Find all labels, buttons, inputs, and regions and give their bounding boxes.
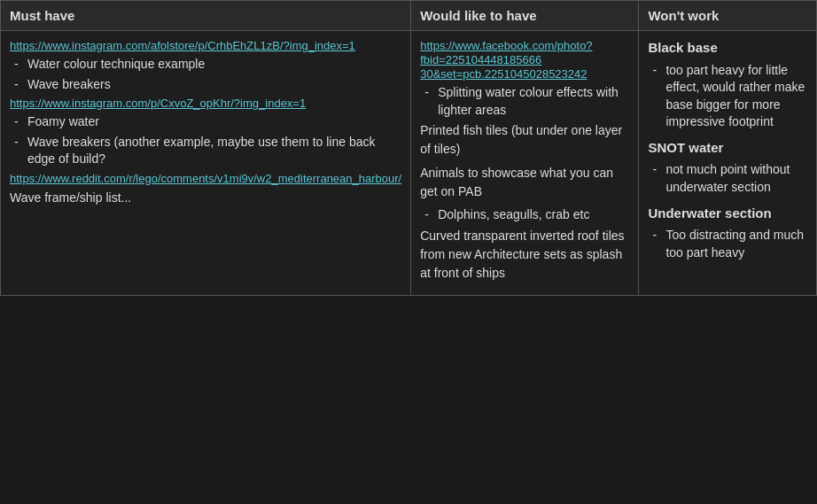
list-item: Wave breakers [10, 76, 401, 94]
list-item: Splitting water colour effects with ligh… [420, 84, 629, 119]
col3-content: Black base too part heavy for little eff… [639, 31, 817, 296]
col3-section1-title: Black base [648, 38, 807, 58]
content-row: https://www.instagram.com/afolstore/p/Cr… [1, 31, 817, 296]
col1-list2: Foamy water Wave breakers (another examp… [10, 113, 401, 168]
col3-section3-title: Underwater section [648, 204, 807, 224]
col2-link1-block: https://www.facebook.com/photo?fbid=2251… [420, 38, 629, 81]
list-item: too part heavy for little effect, would … [648, 62, 807, 131]
list-item: Too distracting and much too part heavy [648, 227, 807, 261]
list-item: Foamy water [10, 113, 401, 131]
header-row: Must have Would like to have Won't work [1, 1, 817, 31]
col1-link3[interactable]: https://www.reddit.com/r/lego/comments/v… [10, 172, 401, 185]
col3-section2-title: SNOT water [648, 138, 807, 159]
list-item: Wave breakers (another example, maybe us… [10, 134, 401, 168]
col2-content: https://www.facebook.com/photo?fbid=2251… [411, 31, 639, 296]
col1-link2[interactable]: https://www.instagram.com/p/CxvoZ_opKhr/… [10, 97, 306, 110]
list-item: Dolphins, seagulls, crab etc [420, 206, 629, 224]
header-col2: Would like to have [411, 1, 639, 31]
col3-section2-list: not much point without underwater sectio… [648, 161, 807, 196]
col2-para3: Curved transparent inverted roof tiles f… [420, 227, 629, 283]
col1-trailing: Wave frame/ship list... [10, 189, 401, 207]
col2-list1: Splitting water colour effects with ligh… [420, 84, 629, 119]
col3-section1-list: too part heavy for little effect, would … [648, 62, 807, 131]
header-col3: Won't work [639, 1, 817, 31]
col3-section3-list: Too distracting and much too part heavy [648, 227, 807, 261]
col2-para1: Printed fish tiles (but under one layer … [420, 121, 629, 159]
header-col1-label: Must have [10, 8, 74, 23]
col1-link2-block: https://www.instagram.com/p/CxvoZ_opKhr/… [10, 96, 401, 110]
header-col3-label: Won't work [648, 8, 719, 23]
col1-link3-block: https://www.reddit.com/r/lego/comments/v… [10, 171, 401, 185]
col1-link1[interactable]: https://www.instagram.com/afolstore/p/Cr… [10, 39, 355, 52]
col1-list1: Water colour technique example Wave brea… [10, 56, 401, 93]
col2-list2: Dolphins, seagulls, crab etc [420, 206, 629, 224]
header-col2-label: Would like to have [420, 8, 536, 23]
col1-content: https://www.instagram.com/afolstore/p/Cr… [1, 31, 411, 296]
col1-link1-block: https://www.instagram.com/afolstore/p/Cr… [10, 38, 401, 52]
col2-para2: Animals to showcase what you can get on … [420, 164, 629, 201]
list-item: Water colour technique example [10, 56, 401, 74]
list-item: not much point without underwater sectio… [648, 161, 807, 196]
main-table: Must have Would like to have Won't work … [0, 0, 817, 296]
header-col1: Must have [1, 1, 411, 31]
col2-link1[interactable]: https://www.facebook.com/photo?fbid=2251… [420, 39, 592, 81]
